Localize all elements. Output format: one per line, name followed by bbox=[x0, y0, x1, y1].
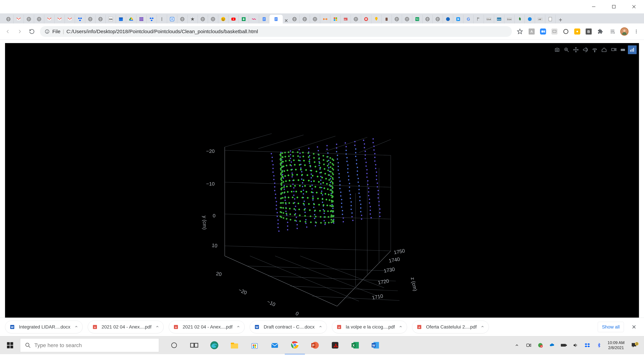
action-center-button[interactable]: 3 bbox=[627, 342, 641, 349]
extension-zoom-icon[interactable] bbox=[538, 26, 548, 36]
taskbar-app-explorer[interactable] bbox=[224, 336, 244, 354]
browser-tab-20[interactable] bbox=[208, 15, 218, 23]
browser-tab-34[interactable] bbox=[361, 15, 371, 23]
browser-tab-16[interactable]: 8 bbox=[167, 15, 177, 23]
tray-battery-icon[interactable] bbox=[558, 336, 570, 354]
extension-b-icon[interactable]: B bbox=[584, 26, 594, 36]
browser-tab-5[interactable] bbox=[54, 15, 65, 23]
tray-bluetooth-icon[interactable] bbox=[593, 336, 605, 354]
browser-tab-28[interactable] bbox=[300, 15, 310, 23]
downloads-show-all-button[interactable]: Show all bbox=[598, 322, 624, 332]
browser-tab-6[interactable] bbox=[65, 15, 75, 23]
browser-tab-21[interactable] bbox=[218, 15, 228, 23]
download-item-3[interactable]: WDraft contract - C....docx bbox=[250, 321, 327, 333]
browser-tab-3[interactable] bbox=[34, 15, 44, 23]
taskbar-app-store[interactable] bbox=[244, 336, 265, 354]
browser-tab-30[interactable] bbox=[320, 15, 330, 23]
tray-dropbox-icon[interactable] bbox=[582, 336, 593, 354]
new-tab-button[interactable]: + bbox=[556, 16, 566, 23]
downloads-close-button[interactable]: ✕ bbox=[629, 324, 639, 330]
start-button[interactable] bbox=[0, 336, 20, 354]
back-button[interactable] bbox=[2, 25, 14, 37]
browser-tab-46[interactable]: OSA bbox=[484, 15, 494, 23]
download-item-5[interactable]: AOferta Castelului 2....pdf bbox=[412, 321, 489, 333]
browser-tab-45[interactable] bbox=[474, 15, 484, 23]
browser-tab-48[interactable]: OSA bbox=[504, 15, 514, 23]
download-menu-button[interactable] bbox=[74, 324, 78, 330]
forward-button[interactable] bbox=[14, 25, 26, 37]
download-item-2[interactable]: A2021 02 04 - Anex....pdf bbox=[169, 321, 245, 333]
download-item-0[interactable]: WIntegrated LIDAR....docx bbox=[5, 321, 83, 333]
browser-tab-32[interactable]: DET bbox=[340, 15, 351, 23]
browser-tab-23[interactable] bbox=[239, 15, 249, 23]
browser-tab-17[interactable] bbox=[177, 15, 188, 23]
browser-tab-36[interactable] bbox=[382, 15, 392, 23]
download-menu-button[interactable] bbox=[399, 324, 402, 330]
taskbar-search-input[interactable]: Type here to search bbox=[20, 338, 159, 352]
browser-tab-40[interactable] bbox=[422, 15, 433, 23]
browser-tab-15[interactable] bbox=[157, 15, 167, 23]
plotly-3d-scatter[interactable]: −20 −10 0 10 20 −20 −10 0 1750 1740 1730… bbox=[5, 43, 639, 318]
browser-tab-27[interactable] bbox=[290, 15, 300, 23]
browser-tab-22[interactable] bbox=[228, 15, 239, 23]
extension-adobe-icon[interactable]: A bbox=[526, 26, 537, 36]
browser-tab-33[interactable] bbox=[351, 15, 361, 23]
browser-tab-0[interactable] bbox=[3, 15, 14, 23]
browser-tab-51[interactable]: INP bbox=[535, 15, 545, 23]
browser-tab-13[interactable] bbox=[136, 15, 146, 23]
reading-list-button[interactable] bbox=[606, 25, 618, 37]
browser-tab-19[interactable] bbox=[198, 15, 208, 23]
browser-tab-9[interactable] bbox=[96, 15, 106, 23]
browser-tab-44[interactable]: G bbox=[464, 15, 474, 23]
browser-tab-11[interactable] bbox=[116, 15, 126, 23]
download-menu-button[interactable] bbox=[319, 324, 322, 330]
tray-onedrive-icon[interactable] bbox=[546, 336, 558, 354]
profile-avatar-button[interactable] bbox=[620, 27, 628, 36]
browser-tab-37[interactable] bbox=[392, 15, 402, 23]
tray-volume-icon[interactable] bbox=[570, 336, 582, 354]
taskbar-app-edge[interactable] bbox=[204, 336, 224, 354]
browser-tab-1[interactable] bbox=[14, 15, 24, 23]
browser-tab-2[interactable] bbox=[24, 15, 34, 23]
download-item-4[interactable]: Ala volpe e la cicog....pdf bbox=[332, 321, 407, 333]
reload-button[interactable] bbox=[26, 25, 38, 37]
browser-tab-41[interactable] bbox=[433, 15, 443, 23]
extension-circle-icon[interactable] bbox=[561, 26, 571, 36]
extension-keep-icon[interactable] bbox=[572, 26, 582, 36]
browser-tab-10[interactable]: SN bbox=[106, 15, 116, 23]
tray-overflow-button[interactable] bbox=[511, 336, 523, 354]
extensions-button[interactable] bbox=[594, 25, 606, 37]
taskbar-app-powerpoint[interactable]: P bbox=[305, 336, 325, 354]
browser-tab-31[interactable] bbox=[330, 15, 340, 23]
window-close-button[interactable] bbox=[624, 0, 644, 13]
window-maximize-button[interactable] bbox=[604, 0, 624, 13]
address-bar[interactable]: File | C:/Users/info/Desktop/2018/Pointc… bbox=[40, 26, 512, 37]
browser-tab-39[interactable]: TC bbox=[412, 15, 422, 23]
browser-tab-29[interactable] bbox=[310, 15, 320, 23]
taskbar-app-acrobat[interactable] bbox=[325, 336, 345, 354]
chrome-menu-button[interactable] bbox=[630, 25, 642, 37]
taskbar-clock[interactable]: 10:09 AM 2/8/2021 bbox=[605, 340, 627, 350]
taskbar-app-chrome[interactable] bbox=[285, 336, 305, 355]
browser-tab-47[interactable]: IEEE bbox=[494, 15, 504, 23]
download-menu-button[interactable] bbox=[481, 324, 484, 330]
browser-tab-25[interactable] bbox=[259, 15, 269, 23]
browser-tab-24[interactable] bbox=[249, 15, 259, 23]
browser-tab-18[interactable] bbox=[188, 15, 198, 23]
browser-tab-35[interactable] bbox=[371, 15, 382, 23]
window-minimize-button[interactable] bbox=[584, 0, 604, 13]
browser-tab-4[interactable] bbox=[44, 15, 54, 23]
browser-tab-14[interactable] bbox=[146, 15, 157, 23]
extension-screencast-icon[interactable] bbox=[550, 26, 560, 36]
browser-tab-12[interactable] bbox=[126, 15, 136, 23]
taskbar-app-word[interactable]: W bbox=[365, 336, 386, 354]
browser-tab-50[interactable] bbox=[525, 15, 535, 23]
taskbar-app-mail[interactable] bbox=[265, 336, 285, 354]
tray-meet-now-icon[interactable] bbox=[523, 336, 534, 354]
browser-tab-38[interactable] bbox=[402, 15, 412, 23]
tray-security-icon[interactable]: ✕ bbox=[534, 336, 546, 354]
browser-tab-43[interactable] bbox=[453, 15, 464, 23]
browser-tab-26[interactable] bbox=[269, 15, 283, 23]
browser-tab-42[interactable] bbox=[443, 15, 453, 23]
task-view-button[interactable] bbox=[184, 336, 204, 354]
